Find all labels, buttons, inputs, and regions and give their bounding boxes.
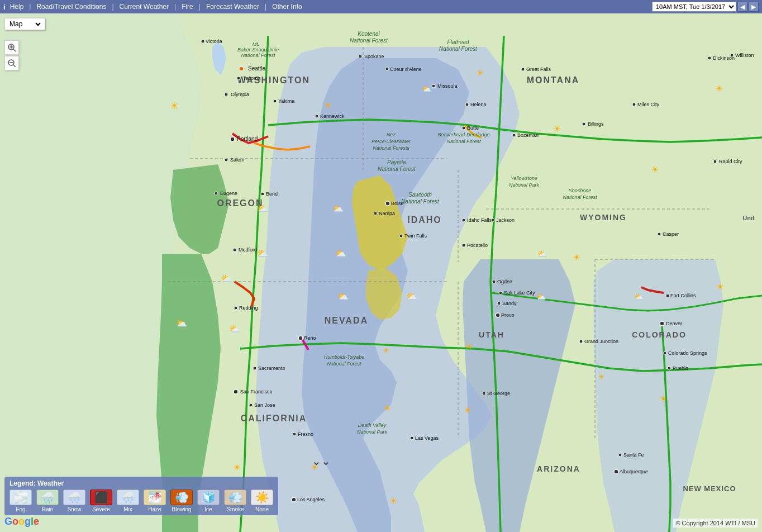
svg-text:WYOMING: WYOMING bbox=[580, 213, 627, 222]
fire-link[interactable]: Fire bbox=[179, 3, 196, 11]
current-weather-link[interactable]: Current Weather bbox=[117, 3, 171, 11]
svg-point-115 bbox=[462, 244, 465, 247]
legend-icon-blowing: 💨 bbox=[170, 490, 193, 505]
svg-point-109 bbox=[499, 291, 502, 294]
svg-text:National Forest: National Forest bbox=[439, 46, 478, 52]
svg-point-61 bbox=[225, 158, 228, 162]
svg-text:NEVADA: NEVADA bbox=[325, 316, 368, 325]
map-type-select[interactable]: Map Satellite Terrain bbox=[7, 20, 42, 28]
zoom-in-button[interactable] bbox=[4, 40, 19, 55]
svg-text:Jackson: Jackson bbox=[496, 217, 515, 223]
svg-point-107 bbox=[492, 280, 496, 283]
legend-item-smoke: 💨 Smoke bbox=[224, 490, 246, 512]
zoom-out-icon bbox=[7, 59, 16, 68]
svg-text:☀: ☀ bbox=[383, 346, 390, 355]
svg-text:☀: ☀ bbox=[464, 406, 472, 415]
svg-point-45 bbox=[239, 66, 244, 71]
svg-text:Redding: Redding bbox=[239, 305, 258, 311]
legend-label-rain: Rain bbox=[42, 506, 54, 512]
svg-text:Sacramento: Sacramento bbox=[258, 365, 285, 371]
forecast-weather-link[interactable]: Forecast Weather bbox=[204, 3, 261, 11]
svg-point-89 bbox=[298, 336, 303, 340]
svg-text:☀: ☀ bbox=[465, 342, 473, 352]
svg-line-182 bbox=[13, 65, 16, 67]
time-prev-button[interactable]: ◀ bbox=[737, 2, 747, 12]
svg-text:Perce-Clearwater: Perce-Clearwater bbox=[372, 139, 411, 144]
svg-point-141 bbox=[292, 497, 296, 502]
svg-point-49 bbox=[225, 93, 228, 96]
svg-text:Medford: Medford bbox=[239, 247, 257, 253]
svg-text:☀: ☀ bbox=[389, 496, 397, 506]
legend-icon-smoke: 💨 bbox=[224, 490, 246, 505]
svg-text:☀: ☀ bbox=[573, 253, 580, 262]
svg-text:Billings: Billings bbox=[588, 121, 604, 127]
svg-point-111 bbox=[497, 302, 501, 305]
legend-label-severe: Severe bbox=[92, 506, 110, 512]
svg-text:Baker-Snoqualmie: Baker-Snoqualmie bbox=[237, 47, 279, 53]
svg-text:Miles City: Miles City bbox=[637, 102, 660, 107]
svg-text:⛅: ⛅ bbox=[221, 273, 232, 284]
svg-text:Yellowstone: Yellowstone bbox=[511, 175, 537, 181]
svg-text:San Jose: San Jose bbox=[254, 402, 275, 408]
sep1: | bbox=[29, 3, 31, 11]
svg-text:UTAH: UTAH bbox=[479, 330, 504, 339]
svg-text:Bend: Bend bbox=[266, 191, 278, 197]
svg-text:Flathead: Flathead bbox=[447, 39, 469, 45]
svg-point-51 bbox=[201, 40, 204, 43]
legend-item-haze: 🌁 Haze bbox=[144, 490, 166, 512]
svg-text:Mt.: Mt. bbox=[253, 41, 260, 47]
svg-text:⛅: ⛅ bbox=[229, 324, 240, 334]
svg-point-99 bbox=[521, 68, 525, 71]
svg-text:☀: ☀ bbox=[659, 394, 667, 403]
svg-text:CALIFORNIA: CALIFORNIA bbox=[241, 414, 307, 423]
legend-label-haze: Haze bbox=[148, 506, 161, 512]
svg-text:Eugene: Eugene bbox=[220, 191, 237, 196]
legend-item-severe: ⬛ Severe bbox=[90, 490, 112, 512]
time-select[interactable]: 10AM MST, Tue 1/3/2017 bbox=[652, 2, 736, 12]
svg-text:Twin Falls: Twin Falls bbox=[404, 233, 427, 239]
legend-label-none: None bbox=[255, 506, 269, 512]
svg-text:National Forests: National Forests bbox=[373, 145, 409, 151]
legend-icon-fog: 🌫️ bbox=[9, 490, 32, 505]
svg-text:Shoshone: Shoshone bbox=[569, 188, 592, 193]
svg-line-179 bbox=[13, 49, 16, 51]
svg-text:Rapid City: Rapid City bbox=[719, 159, 742, 164]
svg-point-53 bbox=[359, 55, 362, 58]
svg-text:Sandy: Sandy bbox=[502, 301, 517, 306]
legend-item-mix: 🌨️ Mix bbox=[117, 490, 139, 512]
sep3: | bbox=[174, 3, 176, 11]
time-selector: 10AM MST, Tue 1/3/2017 ◀ ▶ bbox=[652, 2, 759, 12]
svg-text:Ogden: Ogden bbox=[497, 279, 512, 284]
svg-text:Great Falls: Great Falls bbox=[526, 66, 551, 72]
svg-text:Salem: Salem bbox=[230, 157, 245, 163]
svg-text:Fresno: Fresno bbox=[298, 431, 313, 437]
svg-text:⛅: ⛅ bbox=[257, 203, 268, 214]
legend-item-none: ☀️ None bbox=[251, 490, 273, 512]
svg-text:National Forest: National Forest bbox=[241, 53, 275, 58]
map-type-selector[interactable]: Map Satellite Terrain bbox=[4, 18, 45, 30]
help-link[interactable]: Help bbox=[8, 3, 26, 11]
svg-text:Nez: Nez bbox=[387, 132, 396, 137]
svg-point-73 bbox=[234, 390, 238, 394]
road-travel-link[interactable]: Road/Travel Conditions bbox=[34, 3, 108, 11]
svg-point-91 bbox=[410, 436, 413, 440]
svg-text:Williston: Williston bbox=[735, 53, 754, 58]
svg-text:Butte: Butte bbox=[467, 125, 479, 131]
zoom-out-button[interactable] bbox=[4, 56, 19, 70]
svg-text:Kootenai: Kootenai bbox=[358, 31, 380, 37]
svg-point-59 bbox=[230, 137, 235, 141]
legend-item-ice: 🧊 Ice bbox=[197, 490, 220, 512]
svg-point-127 bbox=[660, 321, 664, 326]
svg-text:☀: ☀ bbox=[170, 101, 179, 112]
legend-label-fog: Fog bbox=[16, 506, 25, 512]
svg-text:Payette: Payette bbox=[387, 159, 406, 165]
time-next-button[interactable]: ▶ bbox=[749, 2, 759, 12]
svg-text:Humboldt-Toiyabe: Humboldt-Toiyabe bbox=[324, 354, 365, 360]
help-icon: i bbox=[3, 3, 6, 11]
svg-point-81 bbox=[374, 212, 377, 215]
other-info-link[interactable]: Other Info bbox=[270, 3, 304, 11]
legend-item-blowing: 💨 Blowing bbox=[170, 490, 193, 512]
svg-text:Bozeman: Bozeman bbox=[517, 132, 539, 138]
svg-text:NEW MEXICO: NEW MEXICO bbox=[683, 484, 736, 493]
svg-point-95 bbox=[465, 103, 469, 106]
